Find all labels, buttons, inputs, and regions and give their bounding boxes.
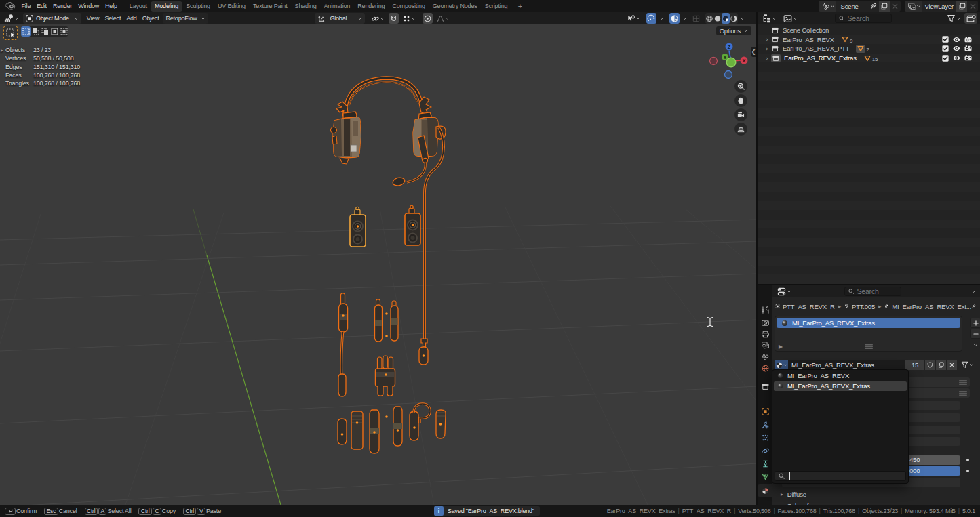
show-overlays-button[interactable] <box>646 13 656 24</box>
material-specials-button[interactable] <box>970 342 980 349</box>
checkbox-icon[interactable] <box>941 54 949 62</box>
shading-material-button[interactable] <box>722 13 730 24</box>
expand-arrow-icon[interactable]: › <box>763 55 771 62</box>
show-gizmo-button[interactable] <box>626 13 641 24</box>
menu-object[interactable]: Object <box>140 12 162 24</box>
menu-add[interactable]: Add <box>123 12 139 24</box>
checkbox-icon[interactable] <box>941 45 949 53</box>
outliner-display-mode-button[interactable] <box>781 13 799 24</box>
shading-solid-button[interactable] <box>713 13 722 24</box>
new-collection-button[interactable] <box>964 13 977 24</box>
workspace-tab-layout[interactable]: Layout <box>125 1 151 12</box>
snap-target-button[interactable] <box>401 13 416 24</box>
eye-icon[interactable] <box>952 54 961 62</box>
checkbox-icon[interactable] <box>941 35 949 43</box>
new-scene-button[interactable] <box>879 1 890 12</box>
proportional-editing-button[interactable] <box>423 13 433 24</box>
expand-arrow-icon[interactable]: › <box>763 45 771 52</box>
expand-arrow-icon[interactable]: › <box>763 36 771 43</box>
breadcrumb-meshdata[interactable]: PTT.005 <box>852 303 875 310</box>
unlink-scene-button[interactable] <box>890 1 901 12</box>
retopoflow-menu[interactable]: RetopoFlow <box>163 13 208 24</box>
xray-toggle-button[interactable] <box>669 13 680 24</box>
add-material-slot-button[interactable] <box>970 318 980 328</box>
camera-icon[interactable] <box>964 44 973 53</box>
camera-icon[interactable] <box>964 54 973 62</box>
workspace-tab-shading[interactable]: Shading <box>291 1 320 12</box>
outliner-filter-button[interactable] <box>945 13 962 24</box>
decorator-dot[interactable] <box>966 470 969 472</box>
xray-options-button[interactable] <box>682 13 688 24</box>
select-mode-set-button[interactable] <box>21 26 31 37</box>
camera-view-button[interactable] <box>734 108 747 121</box>
snapping-options-button[interactable] <box>370 13 385 24</box>
properties-tab-physics[interactable] <box>758 444 772 457</box>
properties-tab-tool[interactable] <box>758 304 772 316</box>
xray-grid-button[interactable] <box>691 13 701 24</box>
pan-button[interactable] <box>734 94 747 107</box>
material-users-button[interactable]: 15 <box>905 360 924 370</box>
fake-user-button[interactable] <box>924 360 935 370</box>
properties-tab-object[interactable] <box>758 405 772 417</box>
list-resize-arrow[interactable]: ▶ <box>779 344 783 350</box>
add-workspace-button[interactable]: + <box>515 1 525 12</box>
dropdown-search-field[interactable] <box>775 471 906 481</box>
properties-tab-particles[interactable] <box>758 432 772 444</box>
menu-file[interactable]: File <box>18 0 34 12</box>
properties-tab-object-data[interactable] <box>758 470 772 482</box>
shading-wireframe-button[interactable] <box>705 13 713 24</box>
outliner-search-field[interactable]: Search <box>835 14 892 23</box>
model-headset-svg[interactable] <box>0 24 756 505</box>
list-grip-icon[interactable] <box>865 344 873 349</box>
workspace-tab-texture-paint[interactable]: Texture Paint <box>249 1 291 12</box>
remove-material-slot-button[interactable] <box>970 329 980 339</box>
scene-name-field[interactable]: Scene <box>836 3 868 10</box>
sidebar-toggle-handle[interactable]: ❮ <box>751 47 756 57</box>
transform-orientation-selector[interactable]: Global <box>315 13 365 24</box>
pin-icon[interactable] <box>971 302 976 310</box>
viewport-canvas[interactable]: ▸ Objects23 / 23 Vertices50,508 / 50,508… <box>0 24 756 505</box>
properties-tab-collection[interactable] <box>758 380 772 392</box>
select-mode-extend-button[interactable] <box>31 26 40 37</box>
shading-rendered-button[interactable] <box>730 13 738 24</box>
outliner-row-earpro-as-revx[interactable]: › EarPro_AS_REVX 9 <box>758 35 980 45</box>
overlays-options-button[interactable] <box>659 13 665 24</box>
select-mode-intersect-button[interactable] <box>59 26 68 37</box>
breadcrumb-object[interactable]: PTT_AS_REVX_R <box>783 303 835 310</box>
mode-selector[interactable]: Object Mode <box>23 13 81 24</box>
viewlayer-name-field[interactable]: ViewLayer <box>922 3 956 10</box>
unlink-material-button[interactable] <box>946 360 957 370</box>
viewport-options-button[interactable]: Options <box>716 26 751 35</box>
browse-viewlayer-button[interactable] <box>905 1 922 12</box>
dropdown-item-mi-earpro-as-revx-extras[interactable]: MI_EarPro_AS_REVX_Extras <box>774 381 907 392</box>
workspace-tab-sculpting[interactable]: Sculpting <box>182 1 214 12</box>
decorator-dot[interactable] <box>966 459 969 461</box>
zoom-button[interactable] <box>734 80 747 93</box>
workspace-tab-rendering[interactable]: Rendering <box>354 1 389 12</box>
properties-tab-scene[interactable] <box>758 350 772 363</box>
outliner-editor-type-button[interactable] <box>760 13 778 24</box>
menu-help[interactable]: Help <box>102 0 121 12</box>
eye-icon[interactable] <box>952 44 961 53</box>
gizmo-minus-z-axis[interactable] <box>725 71 732 79</box>
properties-editor-type-button[interactable] <box>775 286 793 297</box>
menu-edit[interactable]: Edit <box>34 0 50 12</box>
properties-options-button[interactable] <box>970 286 977 297</box>
outliner-row-earpro-as-revx-extras[interactable]: › EarPro_AS_REVX_Extras 15 <box>758 54 980 63</box>
properties-tab-world[interactable] <box>758 362 772 374</box>
dropdown-item-mi-earpro-as-revx[interactable]: MI_EarPro_AS_REVX <box>774 371 907 381</box>
snap-toggle-button[interactable] <box>389 13 399 24</box>
camera-icon[interactable] <box>964 35 973 44</box>
material-name-field[interactable]: MI_EarPro_AS_REVX_Extras <box>788 360 905 370</box>
stats-collapse-arrow[interactable]: ▸ <box>1 47 3 55</box>
workspace-tab-scripting[interactable]: Scripting <box>481 1 511 12</box>
editor-type-button[interactable] <box>3 13 20 24</box>
menu-select[interactable]: Select <box>102 12 123 24</box>
outliner-row-scene-collection[interactable]: Scene Collection <box>758 26 980 35</box>
workspace-tab-animation[interactable]: Animation <box>320 1 354 12</box>
active-tool-select-box-button[interactable] <box>3 26 18 40</box>
new-viewlayer-button[interactable] <box>956 1 967 12</box>
remove-viewlayer-button[interactable] <box>967 1 978 12</box>
proportional-falloff-button[interactable] <box>435 13 450 24</box>
material-slot-selected[interactable]: MI_EarPro_AS_REVX_Extras <box>777 318 960 328</box>
